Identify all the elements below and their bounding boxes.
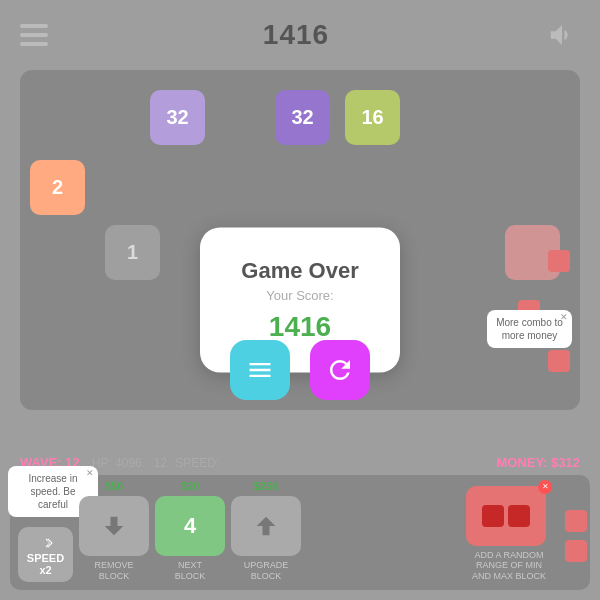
- speed-x2-label: x2: [39, 564, 51, 576]
- tooltip-right: ✕ More combo to more money: [487, 310, 572, 348]
- tooltip-left-close[interactable]: ✕: [86, 468, 94, 480]
- upgrade-block-button[interactable]: [231, 496, 301, 556]
- hp-display: HP: 4096: [92, 456, 142, 470]
- tooltip-right-text: More combo to more money: [496, 317, 563, 341]
- next-block-label: NEXTBLOCK: [175, 560, 206, 582]
- upgrade-block-label: UPGRADEBLOCK: [244, 560, 289, 582]
- block-partial-left: 1: [105, 225, 160, 280]
- red-block-bottom-1: [565, 510, 587, 532]
- restart-icon: [325, 355, 355, 385]
- block-32-violet: 32: [275, 90, 330, 145]
- menu-icon: [246, 356, 274, 384]
- red-block-3: [548, 350, 570, 372]
- upgrade-block-item: $256 UPGRADEBLOCK: [231, 480, 301, 582]
- add-random-button[interactable]: ✕: [466, 486, 546, 546]
- speed-double-button[interactable]: SPEED x2: [18, 527, 73, 582]
- add-random-label: Add a randomrange of minand max block: [472, 550, 546, 582]
- upgrade-bar: ✕ Increase in speed. Be careful SPEED x2…: [10, 475, 590, 590]
- game-container: 1416 32 32 16 2 1 Game Over Your Score: …: [0, 0, 600, 600]
- action-buttons: [230, 340, 370, 400]
- remove-price: $50: [105, 480, 123, 492]
- header: 1416: [0, 0, 600, 70]
- upgrade-arrow-icon: [252, 512, 280, 540]
- hp-sub: 12: [154, 456, 167, 470]
- speed-label: SPEED:: [175, 456, 219, 470]
- block-16-green: 16: [345, 90, 400, 145]
- next-block-button[interactable]: 4: [155, 496, 225, 556]
- menu-button[interactable]: [20, 24, 48, 46]
- sound-button[interactable]: [544, 17, 580, 53]
- next-block-item: $20 4 NEXTBLOCK: [155, 480, 225, 582]
- speed-upgrade-item: ✕ Increase in speed. Be careful SPEED x2: [18, 527, 73, 582]
- speed-label-btn: SPEED: [27, 552, 64, 564]
- sound-icon: [547, 20, 577, 50]
- red-block-1: [548, 250, 570, 272]
- stats-bar: WAVE: 12 HP: 4096 12 SPEED: MONEY: $312: [20, 455, 580, 470]
- game-over-score: 1416: [220, 311, 380, 343]
- chevrons-left-icon: [37, 534, 55, 552]
- add-random-item: ✕ Add a randomrange of minand max block: [307, 486, 546, 582]
- next-price: $20: [181, 480, 199, 492]
- menu-action-button[interactable]: [230, 340, 290, 400]
- block-32-purple: 32: [150, 90, 205, 145]
- remove-arrow-icon: [100, 512, 128, 540]
- tooltip-right-close[interactable]: ✕: [560, 312, 568, 324]
- tooltip-left-text: Increase in speed. Be careful: [29, 473, 78, 510]
- score-display: 1416: [263, 19, 329, 51]
- restart-button[interactable]: [310, 340, 370, 400]
- block-2-orange: 2: [30, 160, 85, 215]
- red-block-bottom-2: [565, 540, 587, 562]
- remove-block-item: $50 REMOVEBLOCK: [79, 480, 149, 582]
- next-block-number: 4: [184, 513, 196, 539]
- remove-block-label: REMOVEBLOCK: [94, 560, 133, 582]
- upgrade-price: $256: [254, 480, 278, 492]
- money-display: MONEY: $312: [496, 455, 580, 470]
- game-over-subtitle: Your Score:: [220, 288, 380, 303]
- remove-block-button[interactable]: [79, 496, 149, 556]
- game-over-title: Game Over: [220, 258, 380, 284]
- corner-badge: ✕: [538, 480, 552, 494]
